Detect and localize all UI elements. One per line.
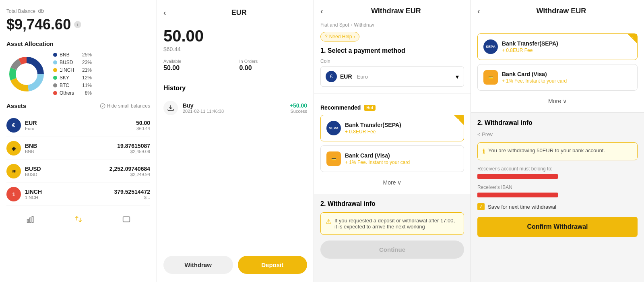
panel4-title: Withdraw EUR [485,7,638,15]
panel2-title: EUR [171,8,307,17]
svg-rect-13 [123,217,130,222]
eur-amount: 50.00 [163,27,307,45]
info-box: ⚠ If you requested a deposit or withdraw… [320,212,464,235]
asset-row: ◈ BNBBNB 19.87615087$2,459.09 [6,137,150,160]
history-icon [163,101,178,115]
chevron-down-icon: ▾ [456,73,459,81]
coin-select-value: EUR [340,73,352,80]
withdraw-eur-form-panel: ‹ Withdraw EUR SEPA Bank Transfer(SEPA) … [471,0,644,282]
sepa-icon: SEPA [326,121,341,135]
busd-icon: ≋ [6,164,21,178]
donut-chart [6,54,47,94]
coin-label: Coin [320,58,464,64]
bottom-nav [6,210,150,223]
portfolio-panel: Total Balance $9,746.60 i Asset Allocati… [0,0,157,282]
receiver-label: Receiver's account must belong to: [477,166,638,172]
breadcrumb: Fiat and Spot › Withdraw [320,22,464,28]
assets-header: Assets Hide small balances [6,102,150,109]
eur-detail-panel: ‹ EUR 50.00 $60.44 Available 50.00 In Or… [157,0,314,282]
oneinch-icon: 1 [6,187,21,201]
visa-icon: 💳 [326,151,341,166]
panel3-title: Withdraw EUR [328,7,464,15]
p4-more-button[interactable]: More ∨ [477,95,638,108]
asset-allocation-title: Asset Allocation [6,40,150,47]
nav-chart[interactable] [27,215,35,223]
bnb-icon: ◈ [6,141,21,156]
withdraw-eur-panel: ‹ Withdraw EUR Fiat and Spot › Withdraw … [314,0,471,282]
prev-link[interactable]: < Prev [477,131,638,137]
more-button[interactable]: More ∨ [320,176,464,189]
save-checkbox[interactable]: ✓ [477,203,485,210]
recommended-text: Recommended [320,104,361,111]
step1-title: 1. Select a payment method [320,47,464,54]
asset-row: ≋ BUSDBUSD 2,252.09740684$2,249.94 [6,160,150,183]
bank-card-visa-card[interactable]: 💳 Bank Card (Visa) + 1% Fee. Instant to … [320,145,464,172]
receiver-account-input[interactable] [477,174,558,179]
iban-label: Receiver's IBAN [477,185,638,190]
panel2-nav: ‹ EUR [163,8,307,17]
back-button[interactable]: ‹ [163,8,166,17]
save-label: Save for next time withdrawal [488,204,556,210]
nav-transfer[interactable] [74,215,83,223]
confirm-withdrawal-button[interactable]: Confirm Withdrawal [477,217,638,237]
withdraw-button[interactable]: Withdraw [163,256,233,274]
asset-row: 1 1INCH1INCH 379.52514472$... [6,183,150,206]
need-help-button[interactable]: ?Need Help › [320,32,359,41]
back-button-p4[interactable]: ‹ [477,6,480,16]
save-row: ✓ Save for next time withdrawal [477,203,638,210]
continue-button: Continue [320,241,464,259]
asset-row: € EUREuro 50.00$60.44 [6,114,150,137]
deposit-button[interactable]: Deposit [238,256,308,274]
eur-usd: $60.44 [163,46,307,52]
chart-area: BNB25% BUSD23% 1INCH21% SKY12% BTC11% Ot… [6,52,150,96]
bank-transfer-sepa-card[interactable]: SEPA Bank Transfer(SEPA) + 0.8EUR Fee ✓ [320,115,464,141]
eye-icon [38,8,44,15]
history-title: History [163,85,307,92]
nav-wallet[interactable] [122,215,130,223]
total-balance-amount: $9,746.60 i [6,16,150,33]
p4-visa-icon: 💳 [483,70,498,85]
info-icon[interactable]: i [74,21,81,28]
p4-step2-title: 2. Withdrawal info [477,119,638,126]
hide-small-balances[interactable]: Hide small balances [100,103,150,109]
svg-rect-12 [32,216,33,222]
p4-sepa-icon: SEPA [483,39,498,54]
svg-point-0 [38,10,43,13]
coin-select[interactable]: € EUR Euro ▾ [320,66,464,87]
asset-list: € EUREuro 50.00$60.44 ◈ BNBBNB 19.876150… [6,114,150,206]
p4-bank-card-visa-card[interactable]: 💳 Bank Card (Visa) + 1% Fee. Instant to … [477,64,638,91]
legend: BNB25% BUSD23% 1INCH21% SKY12% BTC11% Ot… [53,52,92,96]
back-button[interactable]: ‹ [320,6,323,16]
action-buttons: Withdraw Deposit [163,248,307,274]
iban-input[interactable] [477,193,558,197]
history-row: Buy 2021-02-11 11:46:38 +50.00 Success [163,97,307,119]
p4-bank-transfer-sepa-card[interactable]: SEPA Bank Transfer(SEPA) + 0.8EUR Fee ✓ [477,33,638,60]
balance-row: Available 50.00 In Orders 0.00 [163,59,307,72]
total-balance-label: Total Balance [6,8,150,15]
hot-badge: Hot [364,105,376,111]
svg-point-1 [40,10,42,12]
svg-rect-11 [29,218,31,223]
eur-icon: € [6,118,21,133]
p4-info-box: ℹ You are withdrawing 50EUR to your bank… [477,142,638,160]
svg-point-8 [16,64,37,85]
svg-rect-10 [27,219,28,222]
step2-title: 2. Withdrawal info [320,200,464,207]
